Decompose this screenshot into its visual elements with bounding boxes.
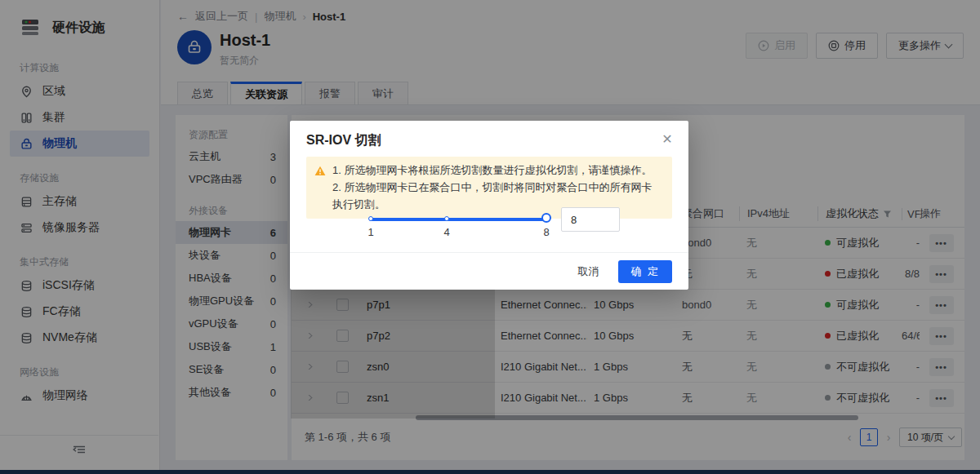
split-count-slider: 1 4 8 [369,213,549,237]
slider-label-mid: 4 [443,226,449,238]
slider-mark-min [368,216,373,221]
warning-line: 1. 所选物理网卡将根据所选切割数量进行虚拟化切割，请谨慎操作。 [332,162,662,179]
warning-lines: 1. 所选物理网卡将根据所选切割数量进行虚拟化切割，请谨慎操作。 2. 所选物理… [332,162,662,213]
slider-mark-mid [444,216,449,221]
modal-footer: 取消 确 定 [290,252,688,290]
slider-labels: 1 4 8 [369,226,549,237]
slider-handle[interactable] [541,213,551,223]
split-count-input[interactable] [561,207,620,232]
modal-title: SR-IOV 切割 [306,132,381,149]
warning-icon [314,164,326,213]
cancel-button[interactable]: 取消 [572,261,604,282]
page: 硬件设施 计算设施区域集群物理机存储设施主存储镜像服务器集中式存储iSCSI存储… [0,0,980,474]
confirm-button[interactable]: 确 定 [618,260,672,283]
close-icon[interactable]: ✕ [658,130,676,148]
sriov-modal: SR-IOV 切割 ✕ 1. 所选物理网卡将根据所选切割数量进行虚拟化切割，请谨… [290,121,688,290]
slider-track[interactable] [369,218,549,221]
slider-label-min: 1 [368,226,373,238]
slider-label-max: 8 [543,226,549,238]
